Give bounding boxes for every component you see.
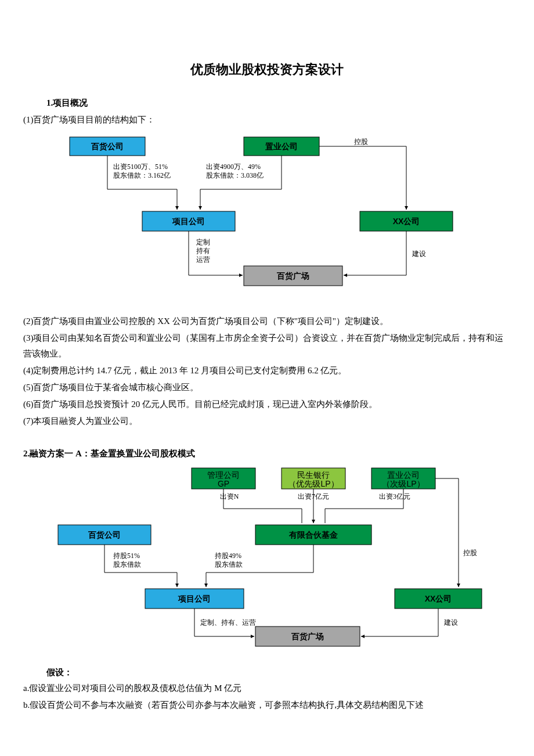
label-baihuo-gongsi: 百货公司 xyxy=(91,141,124,150)
p4: (4)定制费用总计约 14.7 亿元，截止 2013 年 12 月项目公司已支付… xyxy=(23,363,511,379)
label-guanli-gp-1: 管理公司 xyxy=(207,470,240,479)
assume-b: b.假设百货公司不参与本次融资（若百货公司亦参与本次融资，可参照本结构执行,具体… xyxy=(23,697,511,713)
label-xx-gongsi-2: XX公司 xyxy=(425,593,452,603)
lbl-jianshe-1: 建设 xyxy=(412,250,426,258)
lbl-49-b: 股东借款：3.038亿 xyxy=(206,171,264,179)
p7: (7)本项目融资人为置业公司。 xyxy=(23,413,511,429)
p5: (5)百货广场项目位于某省会城市核心商业区。 xyxy=(23,380,511,395)
lbl-51-b: 股东借款：3.162亿 xyxy=(113,171,171,179)
label-minsheng-1: 民生银行 xyxy=(297,470,330,479)
p2: (2)百货广场项目由置业公司控股的 XX 公司为百货广场项目公司（下称"项目公司… xyxy=(23,314,511,329)
label-baihuo-guangchang-2: 百货广场 xyxy=(291,631,324,640)
lbl-chuzi-n: 出资N xyxy=(220,492,239,501)
label-baihuo-guangchang: 百货广场 xyxy=(276,271,309,280)
diagram-2: 管理公司 GP 民生银行 （优先级LP） 置业公司 （次级LP） 出资N 出资7… xyxy=(23,465,511,651)
label-xiangmu-gongsi: 项目公司 xyxy=(172,216,205,225)
label-hehuo-jijin: 有限合伙基金 xyxy=(288,530,338,539)
label-baihuo-gongsi-2: 百货公司 xyxy=(88,530,121,539)
label-zhiye-ci-1: 置业公司 xyxy=(387,470,420,479)
p6: (6)百货广场项目总投资预计 20 亿元人民币。目前已经完成封顶，现已进入室内外… xyxy=(23,397,511,412)
section2-heading: 2.融资方案一 A：基金置换置业公司股权模式 xyxy=(23,446,511,462)
p3: (3)项目公司由某知名百货公司和置业公司（某国有上市房企全资子公司）合资设立，并… xyxy=(23,330,511,362)
diagram-1: 百货公司 置业公司 出资5100万、51% 股东借款：3.162亿 出资4900… xyxy=(23,131,511,300)
lbl-konggu-1: 控股 xyxy=(354,138,368,146)
lbl-chiyou: 持有 xyxy=(196,247,210,255)
lbl-chuzi-7: 出资7亿元 xyxy=(298,492,329,501)
label-minsheng-2: （优先级LP） xyxy=(288,478,338,488)
label-guanli-gp-2: GP xyxy=(218,478,229,488)
lbl-konggu-2: 控股 xyxy=(463,549,477,557)
lbl-jianshe-2: 建设 xyxy=(443,618,458,627)
assume-heading: 假设： xyxy=(46,665,511,681)
label-xx-gongsi: XX公司 xyxy=(393,216,420,225)
lbl-51: 持股51% xyxy=(113,552,140,560)
lbl-51-a: 出资5100万、51% xyxy=(113,163,168,171)
lbl-chuzi-3: 出资3亿元 xyxy=(379,492,410,501)
page-title: 优质物业股权投资方案设计 xyxy=(23,58,511,81)
lbl-49-a: 出资4900万、49% xyxy=(206,163,261,171)
lbl-49b: 股东借款 xyxy=(215,560,243,568)
assume-a: a.假设置业公司对项目公司的股权及债权总估值为 M 亿元 xyxy=(23,681,511,696)
lbl-51b: 股东借款 xyxy=(113,560,141,568)
lbl-yunying: 运营 xyxy=(196,255,210,264)
label-zhiye-gongsi: 置业公司 xyxy=(265,141,298,150)
label-zhiye-ci-2: （次级LP） xyxy=(382,478,424,488)
lbl-49: 持股49% xyxy=(215,552,241,560)
lbl-dcy: 定制、持有、运营 xyxy=(200,618,256,627)
lbl-dingzhi: 定制 xyxy=(196,238,210,246)
section1-intro: (1)百货广场项目目前的结构如下： xyxy=(23,112,511,128)
section1-heading: 1.项目概况 xyxy=(46,95,511,111)
label-xiangmu-gongsi-2: 项目公司 xyxy=(178,593,211,603)
